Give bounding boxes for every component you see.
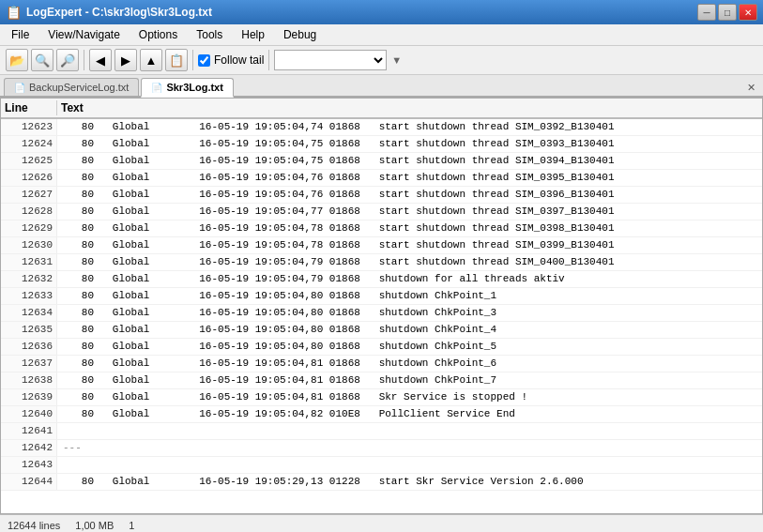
filter-dropdown[interactable]: [274, 50, 387, 70]
tab-bar: 📄 BackupServiceLog.txt 📄 Skr3Log.txt ✕: [0, 75, 763, 98]
log-body[interactable]: 12623 80 Global 16-05-19 19:05:04,74 018…: [1, 119, 762, 513]
menu-view-navigate[interactable]: View/Navigate: [40, 26, 128, 43]
log-line-number: 12637: [1, 356, 57, 372]
menu-bar: File View/Navigate Options Tools Help De…: [0, 24, 763, 46]
status-size: 1,00 MB: [75, 520, 114, 531]
log-line-number: 12633: [1, 288, 57, 304]
toolbar: 📂 🔍 🔎 ◀ ▶ ▲ 📋 Follow tail ▼: [0, 46, 763, 75]
menu-file[interactable]: File: [4, 26, 37, 43]
log-row: 12643: [1, 457, 762, 474]
log-line-text: 80 Global 16-05-19 19:05:04,80 01868 shu…: [57, 288, 762, 304]
title-bar-left: 📋 LogExpert - C:\skr3log\Skr3Log.txt: [6, 5, 212, 20]
log-row: 12642---: [1, 440, 762, 457]
next-button[interactable]: ▶: [114, 49, 137, 71]
dropdown-arrow-icon: ▼: [391, 54, 402, 66]
tab-backupservicelog[interactable]: 📄 BackupServiceLog.txt: [4, 78, 139, 96]
menu-options[interactable]: Options: [131, 26, 185, 43]
log-line-number: 12638: [1, 372, 57, 388]
header-line-col: Line: [1, 100, 57, 115]
log-row: 12636 80 Global 16-05-19 19:05:04,80 018…: [1, 339, 762, 356]
status-col: 1: [129, 520, 134, 531]
log-line-text: 80 Global 16-05-19 19:05:04,77 01868 sta…: [57, 204, 762, 220]
log-line-text: [57, 423, 762, 439]
toolbar-separator-1: [84, 50, 84, 70]
log-line-text: 80 Global 16-05-19 19:05:04,81 01868 shu…: [57, 356, 762, 372]
log-line-number: 12626: [1, 170, 57, 186]
log-container: Line Text 12623 80 Global 16-05-19 19:05…: [0, 98, 763, 514]
log-line-text: [57, 457, 762, 473]
log-line-text: 80 Global 16-05-19 19:05:29,13 01228 sta…: [57, 474, 762, 490]
menu-tools[interactable]: Tools: [189, 26, 230, 43]
log-line-text: 80 Global 16-05-19 19:05:04,81 01868 Skr…: [57, 389, 762, 405]
log-row: 12633 80 Global 16-05-19 19:05:04,80 018…: [1, 288, 762, 305]
log-row: 12624 80 Global 16-05-19 19:05:04,75 018…: [1, 136, 762, 153]
tab-label-backupservicelog: BackupServiceLog.txt: [29, 82, 129, 93]
menu-help[interactable]: Help: [234, 26, 272, 43]
search-button[interactable]: 🔍: [31, 49, 53, 71]
log-row: 12629 80 Global 16-05-19 19:05:04,78 018…: [1, 220, 762, 237]
log-line-number: 12623: [1, 119, 57, 135]
log-row: 12623 80 Global 16-05-19 19:05:04,74 018…: [1, 119, 762, 136]
header-text-col: Text: [57, 100, 762, 115]
log-line-number: 12644: [1, 474, 57, 490]
log-line-number: 12629: [1, 220, 57, 236]
log-row: 12626 80 Global 16-05-19 19:05:04,76 018…: [1, 170, 762, 187]
log-line-text: 80 Global 16-05-19 19:05:04,78 01868 sta…: [57, 237, 762, 253]
follow-tail-label[interactable]: Follow tail: [214, 53, 264, 67]
log-line-number: 12642: [1, 440, 57, 456]
log-line-number: 12636: [1, 339, 57, 355]
tab-icon-skr3: 📄: [151, 83, 162, 93]
log-row: 12637 80 Global 16-05-19 19:05:04,81 018…: [1, 356, 762, 372]
status-bar: 12644 lines 1,00 MB 1: [0, 514, 763, 532]
log-row: 12638 80 Global 16-05-19 19:05:04,81 018…: [1, 372, 762, 389]
log-line-number: 12639: [1, 389, 57, 405]
log-line-number: 12627: [1, 187, 57, 203]
log-line-text: 80 Global 16-05-19 19:05:04,76 01868 sta…: [57, 187, 762, 203]
up-button[interactable]: ▲: [140, 49, 162, 71]
log-row: 12632 80 Global 16-05-19 19:05:04,79 018…: [1, 271, 762, 288]
close-all-tabs-button[interactable]: ✕: [743, 80, 759, 96]
log-line-text: 80 Global 16-05-19 19:05:04,79 01868 shu…: [57, 271, 762, 287]
tab-icon-backup: 📄: [14, 83, 25, 93]
log-line-text: 80 Global 16-05-19 19:05:04,81 01868 shu…: [57, 372, 762, 388]
open-button[interactable]: 📂: [6, 49, 28, 71]
log-line-number: 12624: [1, 136, 57, 152]
log-line-number: 12641: [1, 423, 57, 439]
log-line-text: 80 Global 16-05-19 19:05:04,80 01868 shu…: [57, 322, 762, 338]
log-line-text: 80 Global 16-05-19 19:05:04,78 01868 sta…: [57, 220, 762, 236]
app-icon: 📋: [6, 5, 22, 20]
log-line-text: 80 Global 16-05-19 19:05:04,82 010E8 Pol…: [57, 406, 762, 422]
log-line-text: 80 Global 16-05-19 19:05:04,79 01868 sta…: [57, 254, 762, 270]
clipboard-button[interactable]: 📋: [165, 49, 188, 71]
log-line-number: 12635: [1, 322, 57, 338]
toolbar-separator-2: [192, 50, 193, 70]
log-line-number: 12634: [1, 305, 57, 321]
log-row: 12628 80 Global 16-05-19 19:05:04,77 018…: [1, 204, 762, 220]
prev-button[interactable]: ◀: [89, 49, 112, 71]
log-row: 12627 80 Global 16-05-19 19:05:04,76 018…: [1, 187, 762, 204]
maximize-button[interactable]: □: [718, 4, 737, 21]
search-next-button[interactable]: 🔎: [56, 49, 79, 71]
minimize-button[interactable]: ─: [697, 4, 716, 21]
log-line-number: 12628: [1, 204, 57, 220]
log-line-number: 12631: [1, 254, 57, 270]
tab-skr3log[interactable]: 📄 Skr3Log.txt: [141, 78, 234, 98]
log-row: 12639 80 Global 16-05-19 19:05:04,81 018…: [1, 389, 762, 406]
log-row: 12631 80 Global 16-05-19 19:05:04,79 018…: [1, 254, 762, 271]
log-line-number: 12632: [1, 271, 57, 287]
close-button[interactable]: ✕: [739, 4, 757, 21]
title-bar: 📋 LogExpert - C:\skr3log\Skr3Log.txt ─ □…: [0, 0, 763, 24]
log-line-text: 80 Global 16-05-19 19:05:04,76 01868 sta…: [57, 170, 762, 186]
log-line-text: 80 Global 16-05-19 19:05:04,74 01868 sta…: [57, 119, 762, 135]
window-title: LogExpert - C:\skr3log\Skr3Log.txt: [26, 6, 212, 19]
follow-tail-area: Follow tail: [198, 53, 264, 67]
status-lines: 12644 lines: [8, 520, 60, 531]
log-line-number: 12640: [1, 406, 57, 422]
log-row: 12630 80 Global 16-05-19 19:05:04,78 018…: [1, 237, 762, 254]
follow-tail-checkbox[interactable]: [198, 54, 210, 67]
log-line-number: 12625: [1, 153, 57, 169]
log-row: 12625 80 Global 16-05-19 19:05:04,75 018…: [1, 153, 762, 170]
log-line-text: 80 Global 16-05-19 19:05:04,80 01868 shu…: [57, 305, 762, 321]
window-controls[interactable]: ─ □ ✕: [697, 4, 757, 21]
menu-debug[interactable]: Debug: [276, 26, 324, 43]
